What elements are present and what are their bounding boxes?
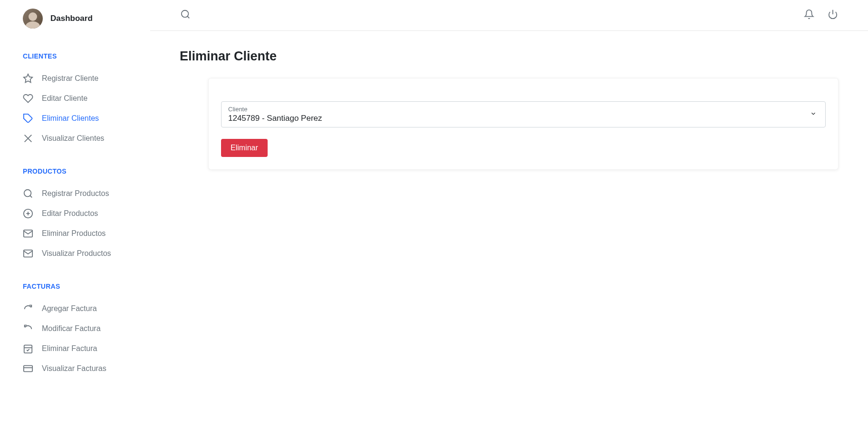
star-icon — [23, 73, 33, 84]
sidebar-item-eliminar-factura[interactable]: Eliminar Factura — [0, 339, 150, 359]
sidebar-item-visualizar-clientes[interactable]: Visualizar Clientes — [0, 128, 150, 148]
eliminar-button[interactable]: Eliminar — [221, 139, 268, 157]
svg-point-15 — [182, 10, 189, 18]
svg-rect-11 — [24, 345, 32, 353]
section-heading-clientes: CLIENTES — [0, 52, 150, 60]
svg-rect-13 — [24, 366, 32, 372]
chevron-down-icon — [810, 110, 817, 119]
section-heading-facturas: FACTURAS — [0, 283, 150, 290]
search-icon — [23, 188, 33, 199]
sidebar-item-label: Eliminar Productos — [42, 229, 106, 238]
svg-point-4 — [24, 190, 31, 197]
sidebar-item-label: Registrar Cliente — [42, 74, 98, 83]
topbar — [150, 0, 868, 31]
svg-line-5 — [30, 195, 32, 197]
heart-icon — [23, 93, 33, 104]
mail-icon — [23, 228, 33, 239]
cliente-select[interactable]: Cliente 1245789 - Santiago Perez — [221, 101, 826, 127]
sidebar-item-agregar-factura[interactable]: Agregar Factura — [0, 299, 150, 319]
sidebar-item-label: Eliminar Clientes — [42, 114, 99, 123]
sidebar-item-label: Visualizar Facturas — [42, 364, 106, 373]
redo-icon — [23, 303, 33, 314]
dashboard-title: Dashboard — [50, 14, 93, 23]
sidebar-item-visualizar-productos[interactable]: Visualizar Productos — [0, 244, 150, 263]
sidebar-item-editar-cliente[interactable]: Editar Cliente — [0, 88, 150, 108]
sidebar-item-registrar-productos[interactable]: Registrar Productos — [0, 184, 150, 204]
sidebar-item-label: Agregar Factura — [42, 304, 97, 313]
select-label: Cliente — [228, 106, 819, 113]
sidebar-item-label: Visualizar Productos — [42, 249, 111, 258]
sidebar-item-editar-productos[interactable]: Editar Productos — [0, 204, 150, 224]
sidebar-item-modificar-factura[interactable]: Modificar Factura — [0, 319, 150, 339]
form-card: Cliente 1245789 - Santiago Perez Elimina… — [208, 78, 839, 170]
tag-icon — [23, 113, 33, 124]
plus-circle-icon — [23, 208, 33, 219]
main-panel: Eliminar Cliente Cliente 1245789 - Santi… — [150, 0, 868, 439]
card-icon — [23, 363, 33, 374]
undo-icon — [23, 323, 33, 334]
sidebar-item-label: Editar Productos — [42, 209, 98, 218]
svg-line-16 — [187, 16, 189, 18]
page-title: Eliminar Cliente — [180, 49, 839, 64]
notifications-button[interactable] — [803, 9, 815, 20]
search-button[interactable] — [180, 9, 191, 20]
shuffle-icon — [23, 133, 33, 144]
mail-icon — [23, 248, 33, 259]
svg-marker-0 — [24, 74, 32, 82]
select-value: 1245789 - Santiago Perez — [228, 114, 322, 123]
sidebar-header: Dashboard — [0, 9, 150, 29]
power-button[interactable] — [827, 9, 839, 20]
sidebar-item-label: Registrar Productos — [42, 189, 109, 198]
calendar-check-icon — [23, 343, 33, 354]
sidebar-item-label: Visualizar Clientes — [42, 134, 104, 143]
sidebar-item-registrar-cliente[interactable]: Registrar Cliente — [0, 68, 150, 88]
sidebar-item-label: Editar Cliente — [42, 94, 87, 103]
content: Eliminar Cliente Cliente 1245789 - Santi… — [150, 31, 868, 188]
sidebar: Dashboard CLIENTES Registrar Cliente Edi… — [0, 0, 150, 439]
sidebar-item-label: Eliminar Factura — [42, 344, 97, 353]
sidebar-item-visualizar-facturas[interactable]: Visualizar Facturas — [0, 359, 150, 379]
section-heading-productos: PRODUCTOS — [0, 167, 150, 175]
sidebar-item-label: Modificar Factura — [42, 324, 101, 333]
sidebar-item-eliminar-clientes[interactable]: Eliminar Clientes — [0, 108, 150, 128]
avatar[interactable] — [23, 9, 43, 29]
sidebar-item-eliminar-productos[interactable]: Eliminar Productos — [0, 224, 150, 244]
